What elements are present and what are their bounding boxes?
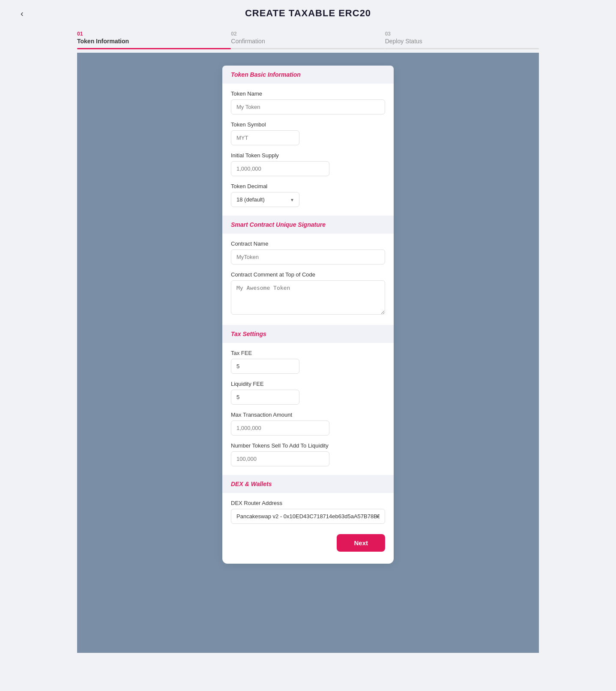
label-tax-fee: Tax FEE: [231, 350, 385, 356]
field-liquidity-fee: Liquidity FEE: [231, 381, 385, 405]
field-token-symbol: Token Symbol: [231, 121, 385, 145]
step-1[interactable]: 01 Token Information: [77, 27, 231, 53]
input-tax-fee[interactable]: [231, 359, 299, 374]
field-max-transaction: Max Transaction Amount: [231, 412, 385, 436]
step-3-label: Deploy Status: [385, 38, 539, 45]
label-contract-comment: Contract Comment at Top of Code: [231, 271, 385, 278]
field-token-name: Token Name: [231, 90, 385, 114]
section-tax-settings-body: Tax FEE Liquidity FEE Max Transaction Am…: [222, 350, 394, 466]
step-2[interactable]: 02 Confirmation: [231, 27, 385, 53]
step-1-label: Token Information: [77, 38, 231, 45]
section-token-basic-title: Token Basic Information: [231, 71, 301, 78]
input-num-tokens-sell[interactable]: [231, 451, 329, 466]
content-area: Token Basic Information Token Name Token…: [77, 53, 539, 653]
label-liquidity-fee: Liquidity FEE: [231, 381, 385, 387]
label-num-tokens-sell: Number Tokens Sell To Add To Liquidity: [231, 442, 385, 449]
input-initial-supply[interactable]: [231, 161, 329, 176]
next-button[interactable]: Next: [337, 534, 385, 552]
section-smart-contract-header: Smart Contract Unique Signature: [222, 216, 394, 234]
section-tax-settings-title: Tax Settings: [231, 330, 266, 337]
select-token-decimal[interactable]: 18 (default) 6 8 9: [231, 192, 299, 207]
step-2-bar: [231, 48, 385, 49]
select-wrapper-dex-router: Pancakeswap v2 - 0x10ED43C718714eb63d5aA…: [231, 509, 385, 524]
input-max-transaction[interactable]: [231, 421, 329, 436]
step-3-number: 03: [385, 31, 539, 37]
label-token-symbol: Token Symbol: [231, 121, 385, 128]
section-token-basic-header: Token Basic Information: [222, 66, 394, 84]
section-smart-contract-body: Contract Name Contract Comment at Top of…: [222, 240, 394, 316]
page-header: ‹ CREATE TAXABLE ERC20: [0, 0, 616, 27]
back-button[interactable]: ‹: [17, 7, 27, 20]
label-token-name: Token Name: [231, 90, 385, 97]
section-dex-wallets-body: DEX Router Address Pancakeswap v2 - 0x10…: [222, 500, 394, 524]
select-wrapper-decimal: 18 (default) 6 8 9: [231, 192, 299, 207]
step-3-bar: [385, 48, 539, 49]
field-tax-fee: Tax FEE: [231, 350, 385, 374]
section-dex-wallets-header: DEX & Wallets: [222, 475, 394, 493]
label-initial-supply: Initial Token Supply: [231, 152, 385, 159]
section-smart-contract-title: Smart Contract Unique Signature: [231, 221, 326, 228]
label-contract-name: Contract Name: [231, 240, 385, 247]
input-token-symbol[interactable]: [231, 130, 299, 145]
page-title: CREATE TAXABLE ERC20: [245, 8, 371, 19]
field-dex-router: DEX Router Address Pancakeswap v2 - 0x10…: [231, 500, 385, 524]
step-2-label: Confirmation: [231, 38, 385, 45]
field-contract-name: Contract Name: [231, 240, 385, 264]
input-token-name[interactable]: [231, 99, 385, 114]
select-dex-router[interactable]: Pancakeswap v2 - 0x10ED43C718714eb63d5aA…: [231, 509, 385, 524]
form-card: Token Basic Information Token Name Token…: [222, 66, 394, 564]
textarea-contract-comment[interactable]: [231, 280, 385, 315]
label-token-decimal: Token Decimal: [231, 183, 385, 189]
field-initial-supply: Initial Token Supply: [231, 152, 385, 176]
steps-container: 01 Token Information 02 Confirmation 03 …: [0, 27, 616, 53]
input-contract-name[interactable]: [231, 249, 385, 264]
section-dex-wallets-title: DEX & Wallets: [231, 481, 272, 487]
label-max-transaction: Max Transaction Amount: [231, 412, 385, 418]
step-3[interactable]: 03 Deploy Status: [385, 27, 539, 53]
section-token-basic-body: Token Name Token Symbol Initial Token Su…: [222, 90, 394, 207]
input-liquidity-fee[interactable]: [231, 390, 299, 405]
field-contract-comment: Contract Comment at Top of Code: [231, 271, 385, 316]
field-token-decimal: Token Decimal 18 (default) 6 8 9: [231, 183, 385, 207]
field-num-tokens-sell: Number Tokens Sell To Add To Liquidity: [231, 442, 385, 466]
step-1-number: 01: [77, 31, 231, 37]
section-tax-settings-header: Tax Settings: [222, 325, 394, 343]
step-1-bar: [77, 48, 231, 49]
label-dex-router: DEX Router Address: [231, 500, 385, 506]
step-2-number: 02: [231, 31, 385, 37]
